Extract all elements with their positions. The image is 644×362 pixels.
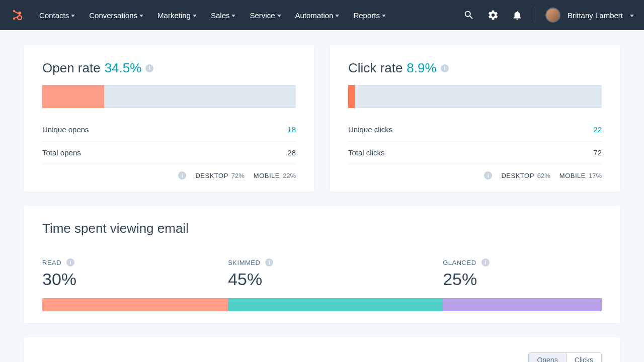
- notifications-bell-icon[interactable]: [512, 10, 523, 21]
- nav-label: Automation: [295, 11, 334, 20]
- user-menu[interactable]: Brittany Lambert: [545, 8, 634, 23]
- segment-glanced: GLANCEDi 25%: [443, 258, 602, 298]
- chevron-down-icon: [71, 15, 75, 17]
- opens-clicks-card: Opens Clicks: [24, 337, 620, 362]
- chevron-down-icon: [277, 15, 281, 17]
- stat-row-unique-opens: Unique opens 18: [42, 118, 296, 141]
- nav-item-marketing[interactable]: Marketing: [157, 11, 197, 20]
- stat-row-total-opens: Total opens 28: [42, 141, 296, 164]
- settings-gear-icon[interactable]: [488, 10, 499, 21]
- segment-label: GLANCED: [443, 259, 476, 266]
- segment-skimmed: SKIMMEDi 45%: [228, 258, 443, 298]
- nav-right-icons: [463, 10, 523, 21]
- click-rate-card: Click rate 8.9% i Unique clicks 22 Total…: [330, 45, 620, 192]
- bar-seg-skimmed: [228, 298, 443, 311]
- nav-item-contacts[interactable]: Contacts: [39, 11, 75, 20]
- search-icon[interactable]: [463, 10, 474, 21]
- device-breakdown: i DESKTOP72% MOBILE22%: [42, 164, 296, 179]
- desktop-pct: 72%: [231, 172, 245, 179]
- mobile-pct: 22%: [283, 172, 296, 179]
- info-icon[interactable]: i: [265, 258, 273, 266]
- segment-label: SKIMMED: [228, 259, 260, 266]
- chevron-down-icon: [335, 15, 339, 17]
- tab-clicks[interactable]: Clicks: [566, 353, 601, 362]
- stat-label: Total opens: [42, 148, 81, 157]
- click-rate-bar: [348, 85, 602, 108]
- time-spent-columns: READi 30% SKIMMEDi 45% GLANCEDi 25%: [42, 258, 602, 298]
- tabs-opens-clicks: Opens Clicks: [528, 352, 602, 362]
- stat-value-link[interactable]: 22: [593, 125, 602, 134]
- stat-label: Unique clicks: [348, 125, 392, 134]
- nav-item-reports[interactable]: Reports: [353, 11, 386, 20]
- desktop-pct: 62%: [537, 172, 550, 179]
- nav-items: Contacts Conversations Marketing Sales S…: [39, 11, 386, 20]
- nav-item-sales[interactable]: Sales: [211, 11, 236, 20]
- stat-value-link[interactable]: 18: [287, 125, 296, 134]
- open-rate-card: Open rate 34.5% i Unique opens 18 Total …: [24, 45, 314, 192]
- open-rate-bar: [42, 85, 296, 108]
- nav-item-conversations[interactable]: Conversations: [89, 11, 143, 20]
- svg-line-4: [15, 12, 19, 14]
- mobile-label: MOBILE: [254, 172, 280, 179]
- nav-label: Reports: [353, 11, 380, 20]
- stat-value: 72: [593, 148, 602, 157]
- segment-label: READ: [42, 259, 61, 266]
- chevron-down-icon: [139, 15, 143, 17]
- segment-pct: 30%: [42, 269, 228, 289]
- desktop-label: DESKTOP: [195, 172, 228, 179]
- nav-item-service[interactable]: Service: [250, 11, 281, 20]
- open-rate-pct: 34.5%: [105, 60, 142, 76]
- info-icon[interactable]: i: [66, 258, 74, 266]
- avatar: [545, 8, 560, 23]
- desktop-label: DESKTOP: [501, 172, 534, 179]
- nav-divider: [535, 8, 535, 23]
- chevron-down-icon: [231, 15, 235, 17]
- nav-label: Marketing: [157, 11, 191, 20]
- info-icon[interactable]: i: [178, 171, 186, 179]
- segment-pct: 25%: [443, 269, 602, 289]
- bar-seg-glanced: [443, 298, 602, 311]
- nav-label: Service: [250, 11, 275, 20]
- tab-opens[interactable]: Opens: [529, 353, 566, 362]
- open-rate-title: Open rate: [42, 60, 101, 76]
- user-name: Brittany Lambert: [568, 11, 623, 20]
- time-spent-stacked-bar: [42, 298, 602, 311]
- svg-point-3: [18, 16, 22, 20]
- stat-label: Unique opens: [42, 125, 89, 134]
- nav-label: Contacts: [39, 11, 69, 20]
- click-rate-pct: 8.9%: [407, 60, 436, 76]
- nav-item-automation[interactable]: Automation: [295, 11, 340, 20]
- segment-pct: 45%: [228, 269, 443, 289]
- time-spent-card: Time spent viewing email READi 30% SKIMM…: [24, 206, 620, 323]
- stat-label: Total clicks: [348, 148, 385, 157]
- open-rate-bar-fill: [42, 85, 104, 108]
- stat-row-total-clicks: Total clicks 72: [348, 141, 602, 164]
- mobile-pct: 17%: [589, 172, 602, 179]
- info-icon[interactable]: i: [484, 171, 492, 179]
- time-spent-title: Time spent viewing email: [42, 221, 602, 236]
- info-icon[interactable]: i: [145, 64, 153, 72]
- stat-value: 28: [287, 148, 296, 157]
- nav-label: Conversations: [89, 11, 137, 20]
- mobile-label: MOBILE: [559, 172, 586, 179]
- chevron-down-icon: [382, 15, 386, 17]
- info-icon[interactable]: i: [481, 258, 490, 266]
- top-nav: Contacts Conversations Marketing Sales S…: [0, 0, 644, 30]
- dashboard-content: Open rate 34.5% i Unique opens 18 Total …: [0, 30, 644, 362]
- nav-label: Sales: [211, 11, 230, 20]
- info-icon[interactable]: i: [441, 64, 449, 72]
- device-breakdown: i DESKTOP62% MOBILE17%: [348, 164, 602, 179]
- chevron-down-icon: [193, 15, 197, 17]
- click-rate-bar-fill: [348, 85, 355, 108]
- hubspot-logo-icon[interactable]: [10, 8, 24, 22]
- chevron-down-icon: [630, 15, 634, 17]
- bar-seg-read: [42, 298, 228, 311]
- stat-row-unique-clicks: Unique clicks 22: [348, 118, 602, 141]
- click-rate-title: Click rate: [348, 60, 403, 76]
- segment-read: READi 30%: [42, 258, 228, 298]
